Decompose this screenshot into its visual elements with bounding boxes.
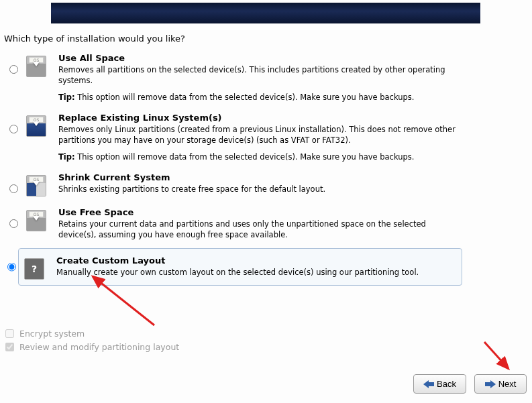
option-replace-linux[interactable]: OS Replace Existing Linux System(s) Remo… <box>6 110 462 170</box>
option-desc: Shrinks existing partitions to create fr… <box>58 184 462 195</box>
svg-line-5 <box>484 342 509 369</box>
option-use-free-space[interactable]: OS Use Free Space Retains your current d… <box>6 205 462 248</box>
next-button[interactable]: Next <box>474 374 527 394</box>
disk-icon: OS <box>26 115 46 137</box>
option-desc: Removes only Linux partitions (created f… <box>58 125 462 146</box>
disk-icon: OS <box>26 175 46 196</box>
extra-options: Encrypt system Review and modify partiti… <box>5 329 179 355</box>
encrypt-label: Encrypt system <box>19 329 85 339</box>
arrow-right-icon <box>485 380 496 388</box>
disk-icon: OS <box>26 210 46 231</box>
option-custom-layout[interactable]: ? Create Custom Layout Manually create y… <box>18 248 462 286</box>
option-tip: Tip: This option will remove data from t… <box>58 152 462 162</box>
annotation-arrow-icon <box>476 339 517 376</box>
page-prompt: Which type of installation would you lik… <box>4 34 185 44</box>
svg-marker-1 <box>485 380 496 388</box>
arrow-left-icon <box>423 380 434 388</box>
disk-icon: OS <box>26 56 46 77</box>
encrypt-system-row[interactable]: Encrypt system <box>5 329 179 339</box>
installer-banner <box>51 3 480 23</box>
option-title: Use All Space <box>58 53 462 63</box>
next-label: Next <box>498 379 517 389</box>
option-title: Replace Existing Linux System(s) <box>58 113 462 123</box>
option-title: Create Custom Layout <box>56 255 459 266</box>
radio-replace-linux[interactable] <box>9 125 18 133</box>
review-checkbox[interactable] <box>5 343 14 351</box>
radio-use-all-space[interactable] <box>9 65 18 74</box>
review-label: Review and modify partitioning layout <box>19 342 179 352</box>
option-tip: Tip: This option will remove data from t… <box>58 93 462 102</box>
review-layout-row[interactable]: Review and modify partitioning layout <box>5 342 179 352</box>
option-desc: Retains your current data and partitions… <box>58 219 462 240</box>
back-label: Back <box>437 379 456 389</box>
disk-icon: ? <box>24 258 44 280</box>
option-title: Shrink Current System <box>58 172 462 182</box>
option-shrink[interactable]: OS Shrink Current System Shrinks existin… <box>6 170 462 205</box>
encrypt-checkbox[interactable] <box>5 329 14 338</box>
option-use-all-space[interactable]: OS Use All Space Removes all partitions … <box>6 50 462 110</box>
svg-marker-0 <box>423 380 434 388</box>
option-title: Use Free Space <box>58 207 462 217</box>
radio-custom-layout[interactable] <box>7 263 16 272</box>
option-desc: Removes all partitions on the selected d… <box>58 65 462 86</box>
radio-use-free-space[interactable] <box>9 219 18 228</box>
installation-type-options: OS Use All Space Removes all partitions … <box>6 50 462 286</box>
nav-button-bar: Back Next <box>413 374 527 394</box>
radio-shrink[interactable] <box>9 184 18 193</box>
option-desc: Manually create your own custom layout o… <box>56 268 459 278</box>
back-button[interactable]: Back <box>413 374 466 394</box>
